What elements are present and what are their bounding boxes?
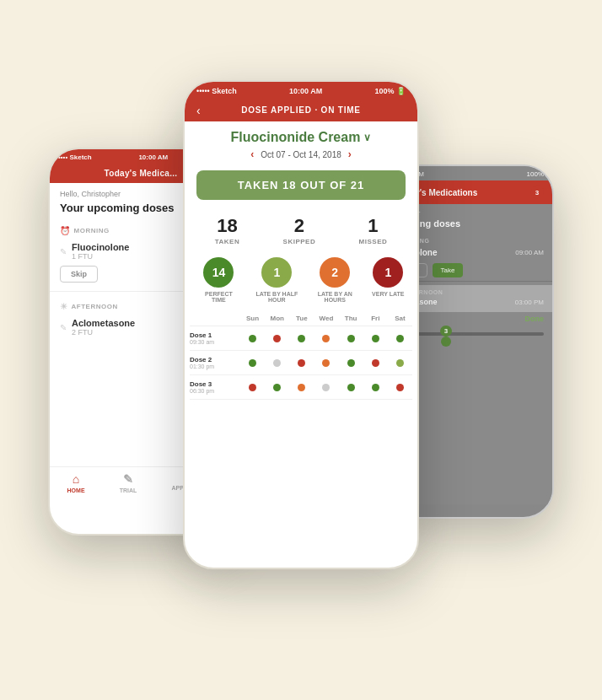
dose2-wed <box>314 359 338 367</box>
notification-badge: 3 <box>530 186 544 199</box>
dose3-sun <box>240 384 265 391</box>
stat-skipped-label: SKIPPED <box>283 238 316 245</box>
nav-trial-label: TRIAL <box>120 487 137 493</box>
dose3-tue <box>289 384 314 391</box>
taken-banner-text: TAKEN 18 OUT OF 21 <box>205 179 397 191</box>
dose1-sat <box>388 335 412 342</box>
taken-banner: TAKEN 18 OUT OF 21 <box>196 170 406 200</box>
center-status-battery: 100% 🔋 <box>374 87 406 95</box>
perf-perfect-circle: 14 <box>203 257 234 288</box>
left-med-name-2: Aclometasone <box>72 318 135 328</box>
center-status-dots: ••••• Sketch <box>196 87 237 95</box>
nav-trial[interactable]: ✎ TRIAL <box>120 472 137 493</box>
date-nav: ‹ Oct 07 - Oct 14, 2018 › <box>193 148 409 160</box>
home-icon: ⌂ <box>73 472 79 486</box>
trial-icon: ✎ <box>123 472 133 486</box>
dose3-sat <box>388 384 412 391</box>
skip-button-1[interactable]: Skip <box>60 266 98 283</box>
dose2-sat <box>388 359 412 367</box>
dose2-thu <box>339 359 363 367</box>
stat-missed-label: MISSED <box>359 238 388 245</box>
stat-skipped-number: 2 <box>283 215 316 237</box>
stat-taken: 18 TAKEN <box>215 215 239 245</box>
dose3-label: Dose 3 06:30 pm <box>190 380 240 394</box>
dose1-fri <box>363 335 388 342</box>
afternoon-icon: ☀ <box>60 302 68 311</box>
perf-perfect-label: PERFECT TIME <box>197 291 239 303</box>
morning-icon: ⏰ <box>60 226 71 235</box>
perf-half-hour: 1 LATE BY HALF HOUR <box>255 257 298 303</box>
right-slider-thumb: 3 <box>440 326 452 347</box>
scene: •••• Sketch 10:00 AM 📶 Today's Medica...… <box>48 63 554 637</box>
perf-very-late-label: VERY LATE <box>372 291 404 297</box>
cal-empty-header <box>190 315 240 322</box>
phone-center: ••••• Sketch 10:00 AM 100% 🔋 ‹ DOSE APPL… <box>183 80 419 569</box>
stat-taken-number: 18 <box>215 215 239 237</box>
dose3-mon <box>265 384 289 391</box>
perf-one-hour: 2 LATE BY AN HOURS <box>314 257 356 303</box>
calendar-section: Sun Mon Tue Wed Thu Fri Sat Dose 1 09:30… <box>185 308 417 403</box>
nav-home-label: HOME <box>67 487 85 493</box>
perf-one-hour-circle: 2 <box>320 257 350 288</box>
dose3-wed <box>314 384 338 391</box>
drug-name: Fluocinonide Cream ∨ <box>193 130 409 145</box>
dose2-sun <box>240 359 265 367</box>
drug-name-section: Fluocinonide Cream ∨ ‹ Oct 07 - Oct 14, … <box>185 121 417 164</box>
dose1-thu <box>339 335 363 342</box>
dose1-sun <box>240 335 265 342</box>
dose1-tue <box>289 335 314 342</box>
dose3-thu <box>339 384 363 391</box>
dose1-label: Dose 1 09:30 am <box>190 331 240 345</box>
cal-sat: Sat <box>388 315 412 322</box>
left-med-name-1: Fluocinolone <box>72 242 129 252</box>
date-range: Oct 07 - Oct 14, 2018 <box>261 150 341 159</box>
perf-very-late-circle: 1 <box>373 257 403 288</box>
slider-value-badge: 3 <box>440 326 452 337</box>
dose3-fri <box>363 384 388 391</box>
calendar-row-dose1: Dose 1 09:30 am <box>190 326 412 351</box>
perf-very-late: 1 VERY LATE <box>372 257 404 303</box>
perf-half-hour-circle: 1 <box>261 257 292 288</box>
left-med-dose-2: 2 FTU <box>72 328 135 337</box>
right-done-label: Done <box>525 315 545 323</box>
stat-missed-number: 1 <box>359 215 388 237</box>
perf-row: 14 PERFECT TIME 1 LATE BY HALF HOUR 2 LA… <box>185 250 417 308</box>
dose2-label: Dose 2 01:30 pm <box>190 356 240 369</box>
center-header-title: DOSE APPLIED · ON TIME <box>241 105 361 115</box>
cal-thu: Thu <box>339 315 363 322</box>
date-next-button[interactable]: › <box>348 148 352 160</box>
cal-wed: Wed <box>314 315 338 322</box>
left-status-time: 10:00 AM <box>138 153 168 161</box>
stat-taken-label: TAKEN <box>215 238 239 245</box>
cal-tue: Tue <box>289 315 314 322</box>
stat-skipped: 2 SKIPPED <box>283 215 316 245</box>
back-button[interactable]: ‹ <box>196 104 201 117</box>
calendar-row-dose2: Dose 2 01:30 pm <box>190 351 412 375</box>
dose2-mon <box>265 359 289 367</box>
dose1-mon <box>265 335 289 342</box>
pencil-icon-2: ✎ <box>60 323 67 332</box>
calendar-header: Sun Mon Tue Wed Thu Fri Sat <box>190 311 412 326</box>
cal-mon: Mon <box>265 315 289 322</box>
pencil-icon: ✎ <box>60 247 67 256</box>
dose2-tue <box>289 359 314 367</box>
cal-fri: Fri <box>363 315 388 322</box>
center-status-time: 10:00 AM <box>289 87 322 95</box>
dose1-wed <box>314 335 338 342</box>
perf-one-hour-label: LATE BY AN HOURS <box>314 291 356 303</box>
cal-sun: Sun <box>240 315 265 322</box>
left-header-title: Today's Medica... <box>105 169 178 178</box>
left-status-dots: •••• Sketch <box>58 153 92 161</box>
date-prev-button[interactable]: ‹ <box>250 148 254 160</box>
center-status-bar: ••••• Sketch 10:00 AM 100% 🔋 <box>185 82 417 99</box>
slider-thumb-circle <box>441 337 451 347</box>
left-med-dose-1: 1 FTU <box>72 252 129 261</box>
dose2-fri <box>363 359 388 367</box>
perf-perfect: 14 PERFECT TIME <box>197 257 239 303</box>
center-header: ‹ DOSE APPLIED · ON TIME <box>185 99 417 121</box>
calendar-row-dose3: Dose 3 06:30 pm <box>190 375 412 400</box>
dropdown-icon[interactable]: ∨ <box>363 132 371 143</box>
right-take-button[interactable]: Take <box>433 263 464 277</box>
stat-missed: 1 MISSED <box>359 215 388 245</box>
nav-home[interactable]: ⌂ HOME <box>67 472 85 493</box>
